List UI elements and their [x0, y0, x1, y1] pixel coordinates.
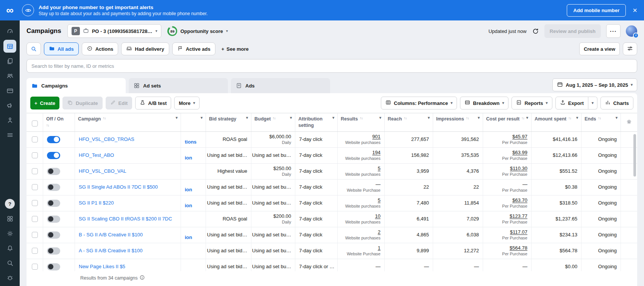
- campaign-name-link[interactable]: B - SG II A/B Creative II $100: [79, 232, 143, 238]
- column-settings[interactable]: [621, 113, 637, 131]
- tab-ad-sets[interactable]: Ad sets: [129, 78, 228, 93]
- campaign-toggle[interactable]: [47, 231, 60, 239]
- results-value[interactable]: 901: [372, 134, 380, 140]
- column-header-reach[interactable]: Reach↑↓ ▾: [385, 113, 433, 131]
- table-row[interactable]: HFO_Test_ABO ion Using ad set bid… Using…: [27, 148, 637, 164]
- filter-pill-active-ads[interactable]: Active ads: [172, 42, 215, 55]
- campaign-name-link[interactable]: HFO_VSL_CBO_TROAS: [79, 136, 134, 142]
- results-value[interactable]: 5: [378, 166, 380, 172]
- opportunity-score[interactable]: 89 Opportunity score ▾: [167, 26, 228, 36]
- table-row[interactable]: SG II P1 II $220 ion Using ad set bid… U…: [27, 195, 637, 211]
- cost-per-result-value[interactable]: $110.30: [510, 166, 527, 172]
- row-checkbox[interactable]: [32, 216, 38, 222]
- table-row[interactable]: B - SG II A/B Creative II $100 ion Using…: [27, 227, 637, 243]
- chevron-down-icon[interactable]: ▾: [201, 116, 203, 120]
- column-settings-gear-icon[interactable]: [626, 119, 632, 126]
- chevron-down-icon[interactable]: ▾: [176, 116, 178, 120]
- results-value[interactable]: 10: [375, 213, 380, 219]
- column-header-impressions[interactable]: Impressions↑↓ ▾: [433, 113, 483, 131]
- tab-ads[interactable]: Ads: [231, 78, 330, 93]
- meta-logo-icon[interactable]: ∞: [6, 5, 13, 16]
- search-filter-button[interactable]: [27, 42, 41, 55]
- row-checkbox[interactable]: [32, 200, 38, 206]
- all-tools-menu-icon[interactable]: [3, 128, 16, 141]
- sort-icon[interactable]: ↑↓: [568, 116, 571, 121]
- chevron-down-icon[interactable]: ▾: [379, 116, 381, 120]
- cost-per-result-value[interactable]: $63.70: [512, 197, 527, 203]
- refresh-button[interactable]: [532, 28, 539, 35]
- review-and-publish-button[interactable]: Review and publish: [544, 24, 601, 38]
- campaign-toggle[interactable]: [47, 216, 60, 223]
- add-mobile-number-button[interactable]: Add mobile number: [567, 4, 626, 17]
- sort-icon[interactable]: ↑↓: [466, 116, 469, 121]
- info-icon[interactable]: [140, 275, 145, 281]
- table-row[interactable]: SG II Scaling CBO II tROAS II $200 II 7D…: [27, 211, 637, 227]
- table-row[interactable]: A - SG II A/B Creative II $100 Using ad …: [27, 243, 637, 259]
- more-button[interactable]: More ▾: [174, 97, 200, 109]
- row-checkbox[interactable]: [32, 264, 38, 270]
- duplicate-button[interactable]: Duplicate: [62, 97, 103, 109]
- chevron-down-icon[interactable]: ▾: [526, 116, 528, 120]
- column-header-bid-strategy[interactable]: Bid strategy ▾: [206, 113, 251, 131]
- ads-reporting-icon[interactable]: [3, 55, 16, 67]
- table-row[interactable]: HFO_VSL_CBO_VAL Highest value $250.00Dai…: [27, 164, 637, 180]
- campaign-name-link[interactable]: HFO_Test_ABO: [79, 152, 114, 158]
- campaign-toggle[interactable]: [47, 200, 60, 207]
- create-a-view-button[interactable]: Create a view: [579, 42, 620, 55]
- sort-icon[interactable]: ↑↓: [521, 116, 524, 121]
- column-header-attribution[interactable]: Attribution setting ▾: [295, 113, 338, 131]
- chevron-down-icon[interactable]: ▾: [616, 116, 617, 120]
- sort-icon[interactable]: ↑↓: [598, 116, 601, 121]
- campaigns-nav-icon[interactable]: [3, 40, 16, 53]
- recommendation-link[interactable]: ion: [185, 203, 192, 209]
- chevron-down-icon[interactable]: ▾: [290, 116, 292, 120]
- filter-pill-actions[interactable]: Actions: [82, 42, 119, 55]
- recommendation-link[interactable]: ion: [185, 234, 192, 241]
- ad-account-selector[interactable]: P PO - 3 (10993563581728… ▾: [67, 24, 162, 38]
- cost-per-result-value[interactable]: $63.99: [512, 150, 527, 156]
- breakdown-button[interactable]: Breakdown ▾: [460, 97, 508, 109]
- recommendation-link[interactable]: ion: [185, 187, 192, 193]
- vertical-scrollbar[interactable]: [633, 134, 636, 177]
- column-header-ends[interactable]: Ends↑↓ ▾: [582, 113, 621, 131]
- column-header-delivery[interactable]: ▾: [181, 113, 206, 131]
- column-header-cost-per-result[interactable]: Cost per result↑↓ ▾: [483, 113, 532, 131]
- campaign-toggle[interactable]: [47, 263, 60, 270]
- select-all-checkbox[interactable]: [32, 120, 38, 127]
- ab-test-button[interactable]: A/B test: [135, 97, 171, 109]
- campaign-toggle[interactable]: [47, 136, 60, 143]
- sort-icon[interactable]: ↑↓: [103, 116, 106, 121]
- bug-report-icon[interactable]: [3, 271, 16, 284]
- cost-per-result-value[interactable]: $117.07: [510, 229, 527, 235]
- campaign-name-link[interactable]: A - SG II A/B Creative II $100: [79, 248, 142, 254]
- table-row[interactable]: HFO_VSL_CBO_TROAS tions ROAS goal $6,000…: [27, 132, 637, 148]
- row-checkbox[interactable]: [32, 184, 38, 190]
- results-value[interactable]: 5: [378, 197, 380, 203]
- account-overview-icon[interactable]: [3, 25, 16, 38]
- results-value[interactable]: 1: [378, 245, 380, 251]
- recommendation-link[interactable]: ion: [185, 155, 192, 161]
- campaign-name-link[interactable]: HFO_VSL_CBO_VAL: [79, 168, 126, 174]
- chevron-down-icon[interactable]: ▾: [478, 116, 480, 120]
- help-icon[interactable]: ?: [5, 199, 15, 209]
- cost-per-result-value[interactable]: $123.77: [510, 213, 527, 219]
- notifications-bell-icon[interactable]: [3, 242, 16, 255]
- settings-gear-icon[interactable]: [3, 227, 16, 240]
- charts-button[interactable]: Charts: [600, 97, 633, 109]
- recommendation-link[interactable]: tions: [185, 139, 196, 145]
- audiences-icon[interactable]: [3, 69, 16, 82]
- column-header-budget[interactable]: Budget↑↓ ▾: [251, 113, 295, 131]
- avatar[interactable]: f: [626, 25, 637, 37]
- row-checkbox[interactable]: [32, 248, 38, 254]
- table-row[interactable]: SG II Single Ad ABOs II 7DC II $500 ion …: [27, 180, 637, 195]
- row-checkbox[interactable]: [32, 136, 38, 142]
- sort-icon[interactable]: ↑↓: [360, 116, 363, 121]
- campaign-name-link[interactable]: SG II Scaling CBO II tROAS II $200 II 7D…: [79, 216, 172, 222]
- export-button[interactable]: Export: [555, 97, 588, 109]
- table-row[interactable]: New Page Likes II $5 Using ad set bid… U…: [27, 259, 637, 271]
- reports-button[interactable]: Reports ▾: [511, 97, 552, 109]
- chevron-down-icon[interactable]: ▾: [246, 116, 248, 120]
- filter-pill-all-ads[interactable]: All ads: [44, 42, 79, 55]
- create-button[interactable]: + Create: [30, 97, 59, 109]
- campaign-toggle[interactable]: [47, 168, 60, 175]
